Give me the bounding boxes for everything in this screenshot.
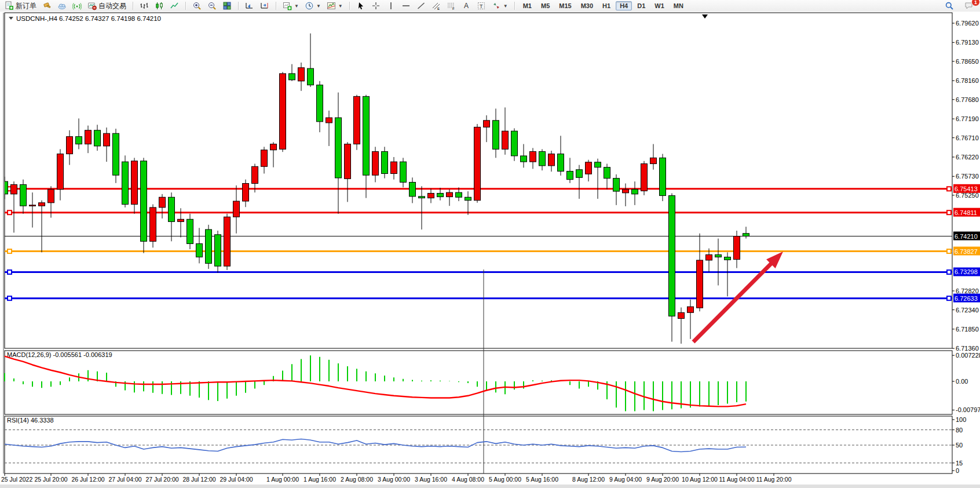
price-badge-label: 6.75413 (955, 185, 978, 192)
candle-body (641, 164, 648, 191)
timeframe-M15-button[interactable]: M15 (555, 1, 575, 10)
fibonacci-button[interactable]: F (444, 0, 459, 12)
line-drag-handle[interactable] (8, 270, 12, 274)
price-tick-label: 6.77680 (956, 96, 979, 103)
tile-windows-button[interactable] (220, 0, 235, 12)
line-drag-handle[interactable] (947, 249, 951, 253)
candle-body (67, 137, 73, 154)
timeframe-D1-button[interactable]: D1 (633, 1, 649, 10)
candle-body (660, 158, 666, 195)
line-drag-handle[interactable] (8, 296, 12, 300)
zoom-in-icon (192, 1, 202, 10)
fibonacci-icon: F (447, 1, 456, 10)
candle-body (131, 161, 138, 205)
candle-body (465, 197, 471, 200)
candle-body (409, 182, 416, 196)
chart-area: USDCNH-,H4 6.74252 6.74327 6.74198 6.742… (0, 12, 980, 488)
svg-text:A: A (464, 2, 469, 10)
chart-shift-button[interactable] (257, 0, 272, 12)
autotrade-button[interactable]: 自动交易 (85, 0, 129, 12)
timeframe-M30-button[interactable]: M30 (577, 1, 597, 10)
price-badge-label: 6.72633 (955, 295, 978, 302)
price-tick-label: 6.72820 (956, 287, 979, 294)
candle-body (419, 196, 425, 198)
arrows-button[interactable]: ▼ (489, 0, 511, 12)
timeframe-M1-button[interactable]: M1 (519, 1, 536, 10)
horizontal-line-button[interactable] (398, 0, 414, 12)
line-drag-handle[interactable] (947, 270, 951, 274)
candle-body (391, 162, 397, 173)
timeframe-M5-button[interactable]: M5 (537, 1, 554, 10)
cursor-icon (356, 1, 365, 10)
candle-body (215, 235, 221, 266)
template-button[interactable]: ▼ (324, 0, 346, 12)
comment-button[interactable]: 1 (961, 0, 977, 12)
search-button[interactable] (942, 0, 957, 12)
toolbar-separator (238, 2, 239, 10)
time-tick-label: 3 Aug 16:00 (415, 476, 447, 483)
new-order-button[interactable]: 新订单 (2, 0, 39, 12)
channel-button[interactable]: E (429, 0, 444, 12)
line-drag-handle[interactable] (8, 210, 12, 214)
line-drag-handle[interactable] (8, 249, 12, 253)
trendline-button[interactable] (414, 0, 429, 12)
rsi-tick-label: 15 (956, 460, 963, 467)
cloud-icon (57, 1, 67, 10)
line-drag-handle[interactable] (947, 187, 951, 191)
price-tick-label: 6.76710 (956, 134, 979, 141)
time-tick-label: 26 Jul 12:00 (71, 476, 104, 483)
toolbar-separator (276, 2, 276, 10)
cursor-button[interactable] (353, 0, 368, 12)
candle-body (187, 219, 193, 243)
toolbar-separator (349, 2, 350, 10)
line-chart-button[interactable] (167, 0, 182, 12)
price-badge-label: 6.73298 (955, 268, 978, 275)
candle-body (447, 192, 453, 196)
new-chart-button[interactable]: ▼ (280, 0, 302, 12)
candle-body (521, 156, 527, 162)
tile-windows-icon (222, 1, 232, 10)
signal-button[interactable] (70, 0, 85, 12)
gavel-button[interactable] (39, 0, 54, 12)
toolbar-group-timeframes: M1M5M15M30H1H4D1W1MN (517, 0, 690, 12)
toolbar-group-scroll (240, 0, 274, 12)
time-tick-label: 10 Aug 12:00 (682, 476, 718, 483)
period-clock-button[interactable]: ▼ (302, 0, 324, 12)
candle-body (243, 183, 249, 201)
cloud-button[interactable] (54, 0, 70, 12)
candle-body (224, 217, 231, 266)
svg-text:F: F (452, 7, 455, 10)
time-tick-label: 27 Jul 20:00 (145, 476, 178, 483)
crosshair-button[interactable] (368, 0, 383, 12)
chevron-down-icon[interactable]: ▼ (316, 3, 321, 9)
candle-body (548, 154, 555, 166)
timeframe-H1-button[interactable]: H1 (598, 1, 615, 10)
zoom-in-button[interactable] (189, 0, 204, 12)
timeframe-W1-button[interactable]: W1 (650, 1, 668, 10)
vertical-line-button[interactable] (383, 0, 398, 12)
main-toolbar: 新订单自动交易▼▼▼EFAT▼M1M5M15M30H1H4D1W1MN1 (0, 0, 980, 12)
price-tick-label: 6.77190 (956, 115, 979, 122)
chevron-down-icon[interactable]: ▼ (503, 3, 508, 9)
time-tick-label: 2 Aug 08:00 (341, 476, 373, 483)
horizontal-line-icon (401, 1, 411, 10)
text-button[interactable]: A (459, 0, 474, 12)
auto-scroll-button[interactable] (242, 0, 257, 12)
price-tick-label: 6.79620 (956, 20, 979, 27)
candle-body (233, 201, 240, 217)
chevron-down-icon[interactable]: ▼ (294, 3, 299, 9)
rsi-tick-label: 0 (956, 467, 959, 474)
toolbar-separator (185, 2, 186, 10)
text-label-button[interactable]: T (474, 0, 489, 12)
chevron-down-icon[interactable]: ▼ (338, 3, 343, 9)
line-drag-handle[interactable] (947, 210, 951, 214)
candlestick-button[interactable] (152, 0, 167, 12)
toolbar-group-objects-new: ▼▼▼ (278, 0, 348, 12)
timeframe-H4-button[interactable]: H4 (616, 1, 632, 10)
line-drag-handle[interactable] (947, 296, 951, 300)
timeframe-MN-button[interactable]: MN (670, 1, 688, 10)
time-tick-label: 29 Jul 04:00 (220, 476, 253, 483)
candle-body (159, 197, 166, 207)
bar-chart-button[interactable] (137, 0, 152, 12)
zoom-out-button[interactable] (204, 0, 220, 12)
